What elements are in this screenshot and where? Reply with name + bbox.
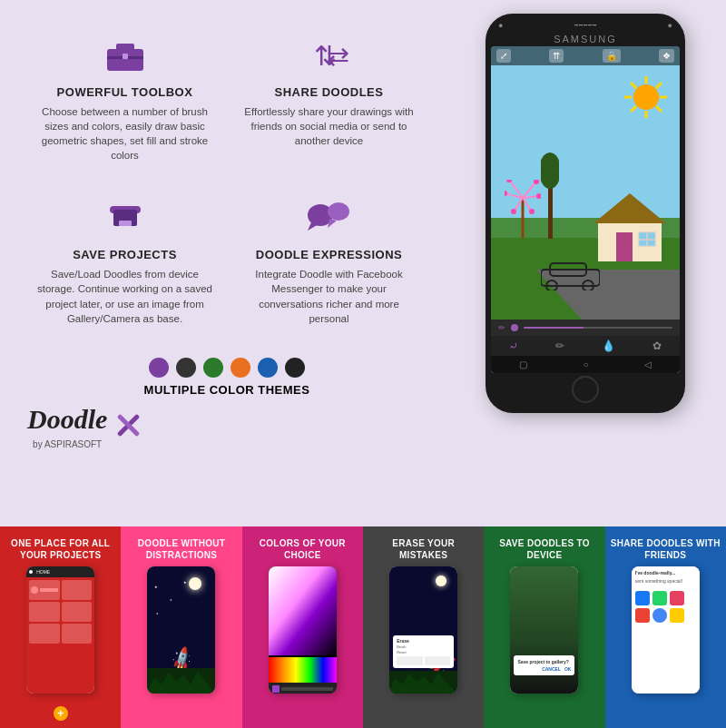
card-4-title: ERASE YOUR MISTAKES xyxy=(368,537,478,561)
expressions-title: DOODLE EXPRESSIONS xyxy=(256,248,402,261)
share-icon: ⇅ ⇄ xyxy=(307,36,352,78)
left-features: POWERFUL TOOLBOX Choose between a number… xyxy=(0,0,445,526)
grid-cell xyxy=(62,602,93,622)
grid-cell xyxy=(29,602,60,622)
nav-square: ▢ xyxy=(519,359,527,369)
car xyxy=(541,259,600,294)
svg-point-11 xyxy=(328,202,349,221)
svg-marker-50 xyxy=(147,671,215,694)
card-3-title: COLORS OF YOUR CHOICE xyxy=(248,537,358,561)
share-app-messenger xyxy=(635,591,650,605)
card-2-title: DOODLE WITHOUT DISTRACTIONS xyxy=(126,537,236,561)
svg-marker-41 xyxy=(594,193,666,223)
share-text-2: sent something special! xyxy=(635,578,696,584)
color-dot-dark xyxy=(176,358,196,378)
drawing-canvas xyxy=(491,65,680,320)
svg-point-38 xyxy=(541,152,559,189)
svg-line-23 xyxy=(631,106,636,112)
phone-toolbar-bottom: ⤾ ✏ 💧 ✿ xyxy=(491,336,680,356)
expressions-desc: Integrate Doodle with Facebook Messenger… xyxy=(240,267,417,325)
color-themes-section: MULTIPLE COLOR THEMES Doodle by ASPIRASO… xyxy=(27,358,427,451)
screen-nav-1: HOME xyxy=(26,566,94,577)
brand-doodle-text: Doodle by ASPIRASOFT xyxy=(27,404,107,451)
card-6-phone: I've doodle-really... sent something spe… xyxy=(632,566,700,694)
grid-cell xyxy=(29,624,60,644)
home-grid xyxy=(26,577,94,646)
house xyxy=(594,189,666,265)
phone-home-button[interactable] xyxy=(572,376,599,403)
svg-line-20 xyxy=(631,83,636,88)
card-save: SAVE DOODLES TO DEVICE Save project to g… xyxy=(484,526,604,728)
top-section: POWERFUL TOOLBOX Choose between a number… xyxy=(0,0,726,526)
moon-4 xyxy=(436,576,446,586)
feature-save: SAVE PROJECTS Save/Load Doodles from dev… xyxy=(27,190,222,334)
toolbox-icon xyxy=(103,36,148,78)
share-toolbar-icon: ⇈ xyxy=(549,49,564,63)
by-aspirasoft: by ASPIRASOFT xyxy=(33,439,102,449)
color-dots xyxy=(27,358,427,378)
nav-triangle: ◁ xyxy=(644,359,652,369)
card-distractions: DOODLE WITHOUT DISTRACTIONS 🚀 ★ ★ ★ ★ xyxy=(121,526,241,728)
slider-dot xyxy=(511,324,518,331)
cross-brand-icon xyxy=(113,409,144,445)
draw-tool: ⤾ xyxy=(509,339,518,352)
phone-brand-label: SAMSUNG xyxy=(491,32,680,46)
save-buttons: CANCEL OK xyxy=(517,666,571,672)
feature-share: ⇅ ⇄ SHARE DOODLES Effortlessly share you… xyxy=(231,27,427,172)
share-app-gmail xyxy=(635,608,650,623)
svg-point-15 xyxy=(633,84,659,110)
doodle-wordmark: Doodle xyxy=(27,404,107,434)
card-5-screen: Save project to gallery? CANCEL OK xyxy=(510,566,578,694)
phone-toolbar-top: ⤢ ⇈ 🔒 ❖ xyxy=(491,46,680,65)
svg-line-22 xyxy=(656,83,662,88)
save-title: SAVE PROJECTS xyxy=(73,248,177,261)
svg-rect-3 xyxy=(123,54,128,59)
feature-toolbox: POWERFUL TOOLBOX Choose between a number… xyxy=(27,27,222,172)
save-dialog: Save project to gallery? CANCEL OK xyxy=(514,655,574,675)
share-desc: Effortlessly share your drawings with fr… xyxy=(240,104,417,148)
features-grid: POWERFUL TOOLBOX Choose between a number… xyxy=(27,27,427,335)
svg-rect-42 xyxy=(616,232,633,261)
color-dot-orange xyxy=(231,358,250,378)
svg-text:⇄: ⇄ xyxy=(327,41,349,71)
nav-dot xyxy=(29,570,33,574)
color-dot-blue xyxy=(258,358,278,378)
fill-tool: 💧 xyxy=(602,339,615,352)
feature-expressions: DOODLE EXPRESSIONS Integrate Doodle with… xyxy=(231,190,427,334)
phone-container: ● ━━━━━ ● SAMSUNG ⤢ ⇈ 🔒 ❖ xyxy=(445,0,726,526)
phone-nav-bar: ▢ ○ ◁ xyxy=(491,356,680,373)
phone-camera: ● xyxy=(498,21,503,30)
card-1-phone: HOME + xyxy=(26,566,94,694)
pen-tool: ✏ xyxy=(555,339,564,352)
phone-top-bar: ● ━━━━━ ● xyxy=(491,19,680,32)
star-4: ★ xyxy=(156,612,159,615)
card-6-title: SHARE DOODLES WITH FRIENDS xyxy=(611,537,721,561)
toolbox-desc: Choose between a number of brush sizes a… xyxy=(36,104,213,162)
star-2: ★ xyxy=(170,598,172,602)
card-one-place: ONE PLACE FOR ALL YOUR PROJECTS HOME xyxy=(0,526,121,728)
card-2-screen: 🚀 ★ ★ ★ ★ xyxy=(147,566,215,694)
card-2-phone: 🚀 ★ ★ ★ ★ xyxy=(147,566,215,694)
expressions-icon xyxy=(302,199,357,241)
slider-line xyxy=(524,327,672,329)
erase-options xyxy=(397,656,450,665)
grid-cell xyxy=(62,624,93,644)
card-3-phone xyxy=(269,566,337,694)
svg-rect-45 xyxy=(639,239,655,241)
card-4-screen: 🚀 Erase Brush Reset xyxy=(389,566,457,694)
svg-marker-51 xyxy=(389,673,457,694)
share-app-whatsapp xyxy=(652,591,667,605)
svg-rect-1 xyxy=(116,44,134,51)
pencil-icon: ✏ xyxy=(498,323,505,332)
nav-circle: ○ xyxy=(583,359,588,369)
share-title: SHARE DOODLES xyxy=(275,85,384,99)
flower-element xyxy=(505,180,541,247)
color-dot-black xyxy=(285,358,305,378)
layers-icon: ❖ xyxy=(659,49,674,63)
card-colors: COLORS OF YOUR CHOICE xyxy=(242,526,363,728)
share-app-other xyxy=(670,608,684,623)
grid-cell xyxy=(29,580,60,600)
toolbox-title: POWERFUL TOOLBOX xyxy=(57,85,193,99)
share-apps-row xyxy=(635,591,696,623)
svg-line-26 xyxy=(523,182,536,198)
